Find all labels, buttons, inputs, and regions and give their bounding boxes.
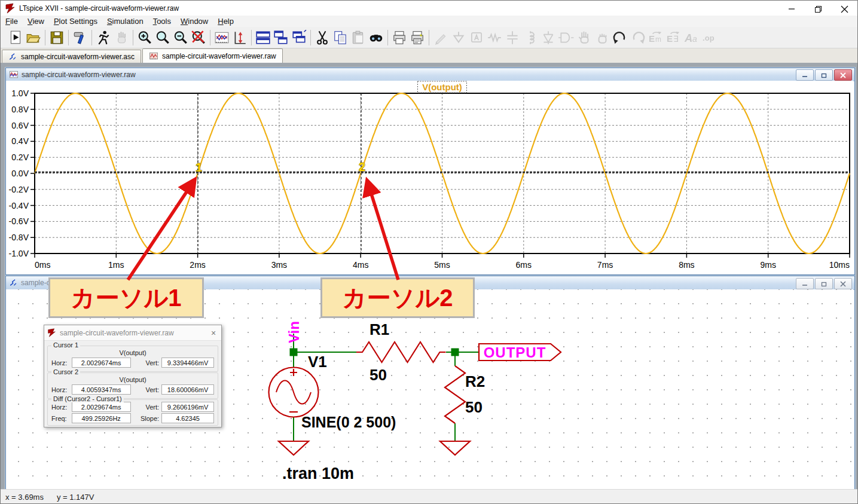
minimize-button[interactable] [778,1,805,17]
v1-value[interactable]: SINE(0 2 500) [301,414,396,430]
copy-icon[interactable] [331,29,349,47]
run-icon[interactable] [94,29,112,47]
zoom-in-icon[interactable] [136,29,154,47]
menu-simulation[interactable]: Simulation [102,16,148,26]
horz-label: Horz: [51,404,72,411]
r1-value[interactable]: 50 [370,366,387,384]
component-icon [557,29,575,47]
waveform-window-title: sample-circuit-waveform-viewer.raw [22,71,136,79]
cascade-icon[interactable] [290,29,308,47]
x-tick-label: 10ms [829,260,850,270]
node-junction [290,349,298,356]
cursor1-group-label: Cursor 1 [51,341,80,349]
zoom-out-icon[interactable] [172,29,190,47]
mirror-icon: Em [647,29,665,47]
r1-ref[interactable]: R1 [370,320,389,338]
restore-button[interactable] [805,1,831,17]
control-panel-icon[interactable] [71,29,89,47]
zoom-pan-icon[interactable] [154,29,172,47]
slope-label: Slope: [138,415,159,422]
ltspice-logo-icon [5,3,16,14]
tab-waveform[interactable]: sample-circuit-waveform-viewer.raw [142,48,283,63]
x-tick-label: 5ms [434,260,450,270]
trace-label[interactable]: V(output) [422,82,462,92]
cursor1-signal: V(output) [48,349,218,357]
voltage-source-v1-symbol[interactable] [269,368,319,417]
resistor-icon [486,29,503,47]
capacitor-icon [503,29,521,47]
r2-value[interactable]: 50 [465,398,483,416]
tile-horizontal-icon[interactable] [254,29,272,47]
print-preview-icon[interactable] [408,29,426,47]
zoom-full-icon[interactable] [190,29,207,47]
autorange-icon[interactable] [213,29,231,47]
waveform-window-title-bar[interactable]: sample-circuit-waveform-viewer.raw [6,68,854,81]
undo-icon[interactable] [611,29,629,47]
x-tick-label: 6ms [516,260,532,270]
toolbar: EmE∃Aa.op [1,27,857,48]
freq-label: Freq: [51,415,72,422]
toolbar-separator [387,30,388,45]
vert-label: Vert: [138,359,159,366]
net-label-icon [468,29,486,47]
wave-restore-button[interactable] [815,69,833,81]
cursor2-horz-value: 4.0059347ms [72,384,131,395]
axis-settings-icon[interactable] [231,29,249,47]
cursor-dialog-title-bar[interactable]: sample-circuit-waveform-viewer.raw × [44,325,221,341]
menu-view[interactable]: View [23,16,49,26]
resistor-r2-symbol[interactable] [445,366,465,423]
sch-close-button[interactable] [834,278,852,289]
vert-label: Vert: [138,404,159,411]
open-icon[interactable] [25,29,42,47]
sch-minimize-button[interactable] [796,278,814,289]
drag-icon [593,29,611,47]
v1-ref[interactable]: V1 [308,353,327,371]
menu-tools[interactable]: Tools [148,16,176,26]
save-icon[interactable] [48,29,66,47]
close-button[interactable] [831,1,857,17]
new-schematic-icon[interactable] [7,29,25,47]
x-tick-label: 3ms [271,260,287,270]
inductor-icon [521,29,539,47]
menu-help[interactable]: Help [213,16,239,26]
waveform-window: sample-circuit-waveform-viewer.raw 0ms1m… [5,68,855,275]
menu-plot-settings[interactable]: Plot Settings [49,16,102,26]
cursor-2-number[interactable]: 2 [359,160,365,173]
vert-label: Vert: [138,386,159,393]
menu-window[interactable]: Window [176,16,213,26]
cursor-dialog-close-icon[interactable]: × [206,328,221,338]
cursor2-group-label: Cursor 2 [51,368,80,375]
spice-directive-text[interactable]: .tran 10m [282,465,354,482]
horz-label: Horz: [51,386,72,393]
r2-ref[interactable]: R2 [465,372,485,390]
net-label-output[interactable]: OUTPUT [484,344,546,361]
cut-icon[interactable] [313,29,331,47]
app-title-bar: LTspice XVII - sample-circuit-waveform-v… [1,1,857,16]
callout-cursor1: カーソル1 [48,277,204,318]
ground-symbol[interactable] [279,441,309,455]
find-icon[interactable] [367,29,385,47]
toolbar-separator [45,30,45,45]
svg-text:A: A [684,31,692,44]
tab-label: sample-circuit-waveform-viewer.raw [162,52,276,60]
toolbar-separator [133,30,133,45]
waveform-window-icon [9,71,19,79]
sch-restore-button[interactable] [815,278,833,289]
y-tick-label: -0.8V [9,233,29,242]
print-icon[interactable] [390,29,408,47]
menu-file[interactable]: File [1,16,23,26]
ground-symbol[interactable] [440,441,470,455]
toolbar-separator [251,30,252,45]
resistor-r1-symbol[interactable] [356,342,446,362]
tile-vertical-icon[interactable] [272,29,290,47]
tab-schematic[interactable]: sample-circuit-waveform-viewer.asc [2,50,141,63]
x-tick-label: 7ms [597,260,613,270]
wave-minimize-button[interactable] [796,69,814,81]
toolbar-separator [310,30,311,45]
svg-text:∃: ∃ [673,33,679,43]
x-tick-label: 2ms [190,260,205,270]
waveform-plot-area[interactable]: 0ms1ms2ms3ms4ms5ms6ms7ms8ms9ms10ms1.0V0.… [6,81,853,273]
move-icon [575,29,593,47]
net-label-vin[interactable]: Vin [286,321,302,343]
wave-close-button[interactable] [834,69,852,81]
